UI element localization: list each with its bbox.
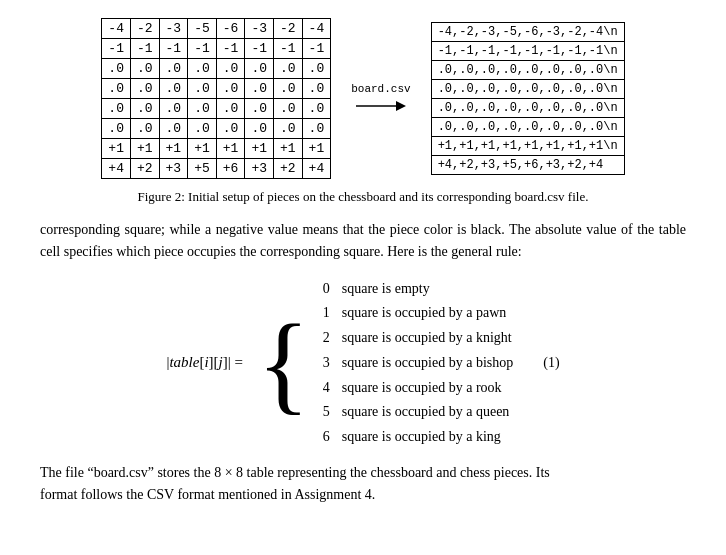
equation-number: (1) (543, 355, 559, 371)
board-cell: .0 (188, 99, 217, 119)
board-cell: +1 (188, 139, 217, 159)
math-lhs: |table[i][j]| = (166, 354, 243, 371)
board-cell: .0 (245, 59, 274, 79)
case-number: 0 (318, 278, 330, 300)
board-cell: .0 (159, 59, 188, 79)
case-description: square is occupied by a king (342, 426, 501, 448)
arrow-label-text: board.csv (351, 83, 410, 95)
board-cell: -1 (302, 39, 331, 59)
case-number: 6 (318, 426, 330, 448)
board-cell: .0 (302, 59, 331, 79)
board-cell: .0 (216, 79, 245, 99)
board-cell: .0 (102, 79, 131, 99)
case-row: 2square is occupied by a knight (318, 327, 513, 349)
case-number: 4 (318, 377, 330, 399)
board-cell: .0 (130, 79, 159, 99)
csv-cell: .0,.0,.0,.0,.0,.0,.0,.0\n (431, 61, 624, 80)
board-cell: .0 (273, 59, 302, 79)
board-cell: +1 (216, 139, 245, 159)
case-number: 2 (318, 327, 330, 349)
board-cell: -1 (245, 39, 274, 59)
board-cell: +2 (273, 159, 302, 179)
case-number: 3 (318, 352, 330, 374)
board-cell: +1 (245, 139, 274, 159)
case-row: 0square is empty (318, 278, 513, 300)
arrow-icon (356, 97, 406, 115)
board-cell: .0 (102, 59, 131, 79)
csv-cell: .0,.0,.0,.0,.0,.0,.0,.0\n (431, 118, 624, 137)
figure-container: -4-2-3-5-6-3-2-4-1-1-1-1-1-1-1-1.0.0.0.0… (40, 18, 686, 179)
case-description: square is occupied by a bishop (342, 352, 513, 374)
case-number: 5 (318, 401, 330, 423)
board-cell: -3 (159, 19, 188, 39)
case-number: 1 (318, 302, 330, 324)
board-cell: -3 (245, 19, 274, 39)
board-cell: .0 (302, 99, 331, 119)
board-cell: .0 (302, 79, 331, 99)
case-description: square is occupied by a queen (342, 401, 510, 423)
board-cell: .0 (216, 99, 245, 119)
case-row: 5square is occupied by a queen (318, 401, 513, 423)
board-cell: +4 (302, 159, 331, 179)
board-cell: -4 (302, 19, 331, 39)
csv-table: -4,-2,-3,-5,-6,-3,-2,-4\n-1,-1,-1,-1,-1,… (431, 22, 625, 175)
board-cell: -2 (273, 19, 302, 39)
board-cell: -2 (130, 19, 159, 39)
board-cell: -5 (188, 19, 217, 39)
board-cell: +1 (273, 139, 302, 159)
csv-cell: .0,.0,.0,.0,.0,.0,.0,.0\n (431, 80, 624, 99)
body-text: corresponding square; while a negative v… (40, 219, 686, 264)
board-cell: .0 (216, 119, 245, 139)
board-cell: .0 (273, 119, 302, 139)
brace-container: { 0square is empty1square is occupied by… (257, 278, 513, 448)
board-cell: .0 (273, 79, 302, 99)
board-cell: .0 (188, 119, 217, 139)
board-cell: .0 (188, 79, 217, 99)
board-cell: +1 (130, 139, 159, 159)
board-cell: -4 (102, 19, 131, 39)
board-cell: .0 (245, 79, 274, 99)
case-row: 3square is occupied by a bishop (318, 352, 513, 374)
board-cell: .0 (216, 59, 245, 79)
board-table: -4-2-3-5-6-3-2-4-1-1-1-1-1-1-1-1.0.0.0.0… (101, 18, 331, 179)
board-cell: .0 (159, 119, 188, 139)
case-description: square is occupied by a rook (342, 377, 502, 399)
case-description: square is occupied by a pawn (342, 302, 506, 324)
board-cell: .0 (188, 59, 217, 79)
board-cell: -1 (159, 39, 188, 59)
board-cell: -1 (102, 39, 131, 59)
board-cell: +6 (216, 159, 245, 179)
board-cell: .0 (130, 59, 159, 79)
board-cell: -1 (130, 39, 159, 59)
board-cell: .0 (102, 119, 131, 139)
board-cell: .0 (159, 99, 188, 119)
case-row: 1square is occupied by a pawn (318, 302, 513, 324)
board-cell: +1 (102, 139, 131, 159)
case-description: square is empty (342, 278, 430, 300)
board-cell: +5 (188, 159, 217, 179)
board-cell: -1 (216, 39, 245, 59)
csv-cell: +4,+2,+3,+5,+6,+3,+2,+4 (431, 156, 624, 175)
math-section: |table[i][j]| = { 0square is empty1squar… (40, 278, 686, 448)
board-cell: .0 (245, 99, 274, 119)
board-cell: -1 (273, 39, 302, 59)
csv-cell: .0,.0,.0,.0,.0,.0,.0,.0\n (431, 99, 624, 118)
board-cell: -1 (188, 39, 217, 59)
csv-cell: +1,+1,+1,+1,+1,+1,+1,+1\n (431, 137, 624, 156)
case-row: 6square is occupied by a king (318, 426, 513, 448)
csv-cell: -1,-1,-1,-1,-1,-1,-1,-1\n (431, 42, 624, 61)
board-cell: .0 (130, 99, 159, 119)
board-cell: +3 (159, 159, 188, 179)
board-cell: +2 (130, 159, 159, 179)
big-brace-icon: { (257, 278, 310, 448)
case-row: 4square is occupied by a rook (318, 377, 513, 399)
board-cell: +1 (302, 139, 331, 159)
board-cell: +3 (245, 159, 274, 179)
svg-marker-1 (396, 101, 406, 111)
board-cell: .0 (130, 119, 159, 139)
board-cell: .0 (273, 99, 302, 119)
footer-text-line2: format follows the CSV format mentioned … (40, 487, 375, 502)
board-cell: -6 (216, 19, 245, 39)
figure-caption: Figure 2: Initial setup of pieces on the… (40, 189, 686, 205)
board-cell: .0 (245, 119, 274, 139)
